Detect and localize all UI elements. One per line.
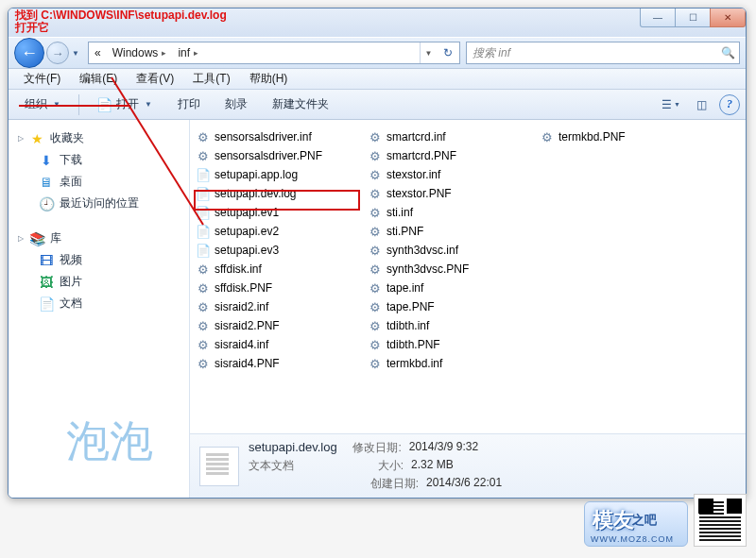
open-button[interactable]: 📄 打开▼ bbox=[87, 93, 163, 116]
file-name: stexstor.PNF bbox=[387, 187, 452, 200]
file-list-pane[interactable]: ⚙sensorsalsdriver.inf⚙sensorsalsdriver.P… bbox=[190, 120, 746, 498]
expand-icon: ▷ bbox=[16, 134, 24, 143]
file-item[interactable]: ⚙termkbd.PNF bbox=[534, 127, 706, 146]
videos-icon: 🎞 bbox=[39, 253, 54, 268]
file-item[interactable]: ⚙sisraid2.inf bbox=[190, 297, 362, 316]
details-created-label: 创建日期: bbox=[366, 476, 419, 492]
menu-tools[interactable]: 工具(T) bbox=[183, 69, 239, 89]
menu-view[interactable]: 查看(V) bbox=[127, 69, 183, 89]
file-item[interactable]: ⚙sffdisk.PNF bbox=[190, 279, 362, 297]
file-item[interactable]: ⚙tdibth.inf bbox=[362, 316, 534, 335]
chevron-down-icon: ▼ bbox=[145, 100, 152, 109]
inf-file-icon: ⚙ bbox=[196, 299, 211, 314]
refresh-button[interactable]: ↻ bbox=[437, 42, 459, 63]
file-name: synth3dvsc.inf bbox=[387, 244, 458, 257]
recent-dropdown[interactable]: ▼ bbox=[69, 44, 82, 61]
organize-button[interactable]: 组织▼ bbox=[14, 93, 71, 116]
sidebar-libraries[interactable]: ▷ 📚 库 bbox=[9, 228, 189, 249]
menu-help[interactable]: 帮助(H) bbox=[240, 69, 298, 89]
navigation-pane[interactable]: ▷ ★ 收藏夹 ⬇ 下载 🖥 桌面 🕘 最近访问的位置 bbox=[9, 120, 190, 498]
file-item[interactable]: ⚙tape.PNF bbox=[362, 297, 534, 316]
file-item[interactable]: ⚙stexstor.PNF bbox=[362, 184, 534, 203]
file-item[interactable]: ⚙sti.inf bbox=[362, 203, 534, 222]
file-item[interactable]: ⚙synth3dvsc.PNF bbox=[362, 260, 534, 279]
file-item[interactable]: ⚙synth3dvsc.inf bbox=[362, 241, 534, 260]
file-name: sisraid2.inf bbox=[215, 300, 268, 313]
close-button[interactable]: ✕ bbox=[710, 8, 746, 27]
inf-file-icon: ⚙ bbox=[368, 280, 383, 296]
chevron-down-icon: ▼ bbox=[53, 100, 60, 109]
view-options-button[interactable]: ☰▼ bbox=[659, 94, 683, 115]
address-bar[interactable]: « Windows ▸ inf ▸ ▼ ↻ bbox=[88, 42, 460, 64]
divider bbox=[78, 94, 79, 115]
print-button[interactable]: 打印 bbox=[168, 93, 210, 116]
breadcrumb-prefix[interactable]: « bbox=[89, 42, 107, 63]
sidebar-item-desktop[interactable]: 🖥 桌面 bbox=[9, 171, 189, 193]
sidebar-item-documents[interactable]: 📄 文档 bbox=[9, 293, 189, 314]
maximize-button[interactable]: ☐ bbox=[675, 8, 711, 27]
chevron-right-icon[interactable]: ▸ bbox=[194, 48, 198, 58]
minimize-button[interactable]: — bbox=[640, 8, 676, 27]
file-item[interactable]: ⚙sensorsalsdriver.inf bbox=[190, 127, 362, 146]
recent-icon: 🕘 bbox=[39, 196, 54, 211]
file-name: termkbd.inf bbox=[387, 357, 442, 370]
pnf-file-icon: ⚙ bbox=[196, 318, 211, 333]
file-name: sti.PNF bbox=[387, 225, 423, 238]
inf-file-icon: ⚙ bbox=[368, 129, 383, 144]
qr-code-icon bbox=[694, 494, 747, 547]
file-item[interactable]: ⚙sti.PNF bbox=[362, 222, 534, 241]
file-item[interactable]: ⚙sffdisk.inf bbox=[190, 260, 362, 279]
file-icon: 📄 bbox=[196, 243, 211, 258]
file-item[interactable]: 📄setupapi.ev1 bbox=[190, 203, 362, 222]
details-size-value: 2.32 MB bbox=[411, 458, 454, 474]
breadcrumb-inf[interactable]: inf ▸ bbox=[172, 42, 204, 63]
inf-file-icon: ⚙ bbox=[368, 167, 383, 182]
file-item[interactable]: ⚙tdibth.PNF bbox=[362, 335, 534, 354]
file-item[interactable]: ⚙termkbd.inf bbox=[362, 354, 534, 373]
logo: 模友 之吧 WWW.MOZ8.COM bbox=[584, 501, 688, 547]
file-item[interactable]: 📄setupapi.app.log bbox=[190, 165, 362, 184]
menu-edit[interactable]: 编辑(E) bbox=[70, 69, 127, 89]
file-item[interactable]: 📄setupapi.ev3 bbox=[190, 241, 362, 260]
file-item[interactable]: ⚙sisraid4.PNF bbox=[190, 354, 362, 373]
file-item[interactable]: ⚙sensorsalsdriver.PNF bbox=[190, 146, 362, 165]
file-item[interactable]: ⚙stexstor.inf bbox=[362, 165, 534, 184]
inf-file-icon: ⚙ bbox=[196, 337, 211, 352]
back-button[interactable]: ← bbox=[14, 38, 44, 68]
file-item[interactable]: ⚙smartcrd.inf bbox=[362, 127, 534, 146]
chevron-right-icon[interactable]: ▸ bbox=[162, 48, 166, 58]
details-filename: setupapi.dev.log bbox=[249, 440, 337, 454]
search-placeholder: 搜索 inf bbox=[467, 45, 716, 61]
address-dropdown[interactable]: ▼ bbox=[420, 42, 437, 63]
sidebar-label: 下载 bbox=[60, 152, 82, 168]
sidebar-item-downloads[interactable]: ⬇ 下载 bbox=[9, 149, 189, 171]
file-icon: 📄 bbox=[196, 205, 211, 220]
help-button[interactable]: ? bbox=[719, 94, 740, 115]
file-item[interactable]: ⚙tape.inf bbox=[362, 279, 534, 297]
file-name: sisraid4.PNF bbox=[215, 357, 280, 370]
file-item[interactable]: ⚙smartcrd.PNF bbox=[362, 146, 534, 165]
file-name: tape.PNF bbox=[387, 300, 435, 313]
details-created-value: 2014/3/6 22:01 bbox=[426, 476, 502, 492]
sidebar-item-pictures[interactable]: 🖼 图片 bbox=[9, 271, 189, 293]
breadcrumb-windows[interactable]: Windows ▸ bbox=[107, 42, 173, 63]
pnf-file-icon: ⚙ bbox=[196, 148, 211, 163]
sidebar-item-recent[interactable]: 🕘 最近访问的位置 bbox=[9, 193, 189, 214]
sidebar-item-videos[interactable]: 🎞 视频 bbox=[9, 249, 189, 271]
file-item[interactable]: 📄setupapi.dev.log bbox=[190, 184, 362, 203]
preview-pane-button[interactable]: ◫ bbox=[689, 94, 713, 115]
sidebar-favorites[interactable]: ▷ ★ 收藏夹 bbox=[9, 127, 189, 149]
file-name: sisraid2.PNF bbox=[215, 319, 280, 332]
search-box[interactable]: 搜索 inf 🔍 bbox=[466, 42, 740, 64]
file-item[interactable]: ⚙sisraid4.inf bbox=[190, 335, 362, 354]
file-name: termkbd.PNF bbox=[558, 130, 626, 144]
menu-file[interactable]: 文件(F) bbox=[14, 69, 70, 89]
search-icon[interactable]: 🔍 bbox=[716, 46, 739, 59]
forward-button[interactable]: → bbox=[46, 42, 69, 64]
file-item[interactable]: ⚙sisraid2.PNF bbox=[190, 316, 362, 335]
file-item[interactable]: 📄setupapi.ev2 bbox=[190, 222, 362, 241]
burn-button[interactable]: 刻录 bbox=[215, 93, 257, 116]
inf-file-icon: ⚙ bbox=[196, 129, 211, 144]
sidebar-label: 视频 bbox=[60, 252, 82, 268]
new-folder-button[interactable]: 新建文件夹 bbox=[263, 93, 338, 116]
